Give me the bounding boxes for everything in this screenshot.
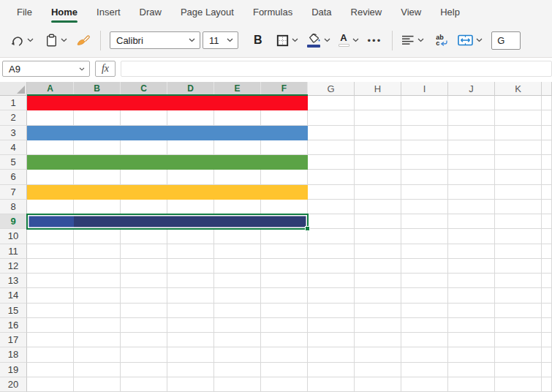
cell-C11[interactable] [121,244,167,259]
cell-A16[interactable] [27,318,74,333]
cell-A18[interactable] [27,347,74,362]
cell-E4[interactable] [214,140,261,155]
cell-D16[interactable] [167,318,214,333]
cell-E14[interactable] [214,288,261,303]
cell-J5[interactable] [448,155,495,170]
cell-C8[interactable] [121,200,167,214]
tab-file[interactable]: File [7,0,42,24]
cell-G4[interactable] [308,140,355,155]
cell-I5[interactable] [401,155,448,170]
cell-G5[interactable] [308,155,355,170]
cell-I13[interactable] [401,274,448,288]
cell-E8[interactable] [214,200,261,214]
cell-A20[interactable] [27,377,74,392]
cell-H16[interactable] [355,318,401,333]
row-header-19[interactable]: 19 [0,363,27,377]
cell-partial4[interactable] [542,140,552,155]
column-header-G[interactable]: G [308,82,355,96]
cell-A17[interactable] [27,333,74,347]
cell-K6[interactable] [495,170,542,184]
cell-F11[interactable] [261,244,308,259]
tab-data[interactable]: Data [302,0,341,24]
cell-K9[interactable] [495,214,542,229]
cell-J17[interactable] [448,333,495,347]
cell-A4[interactable] [27,140,74,155]
cell-H10[interactable] [355,229,401,244]
row-header-7[interactable]: 7 [0,185,27,200]
cell-K1[interactable] [495,96,542,110]
cell-K12[interactable] [495,259,542,274]
selection-box[interactable] [26,214,309,230]
cell-C10[interactable] [121,229,167,244]
cell-K3[interactable] [495,126,542,140]
cell-C6[interactable] [121,170,167,184]
cell-I17[interactable] [401,333,448,347]
tab-help[interactable]: Help [431,0,469,24]
cell-F16[interactable] [261,318,308,333]
cell-B15[interactable] [74,304,121,318]
cell-D19[interactable] [167,363,214,377]
cell-E13[interactable] [214,274,261,288]
cell-A8[interactable] [27,200,74,214]
borders-button[interactable] [276,34,298,47]
cell-C15[interactable] [121,304,167,318]
cell-partial6[interactable] [542,170,552,184]
merge-cells-button[interactable] [458,34,483,46]
name-box[interactable]: A9 [2,61,90,77]
cell-I19[interactable] [401,363,448,377]
align-button[interactable] [401,35,424,45]
cell-G7[interactable] [308,185,355,200]
cell-B18[interactable] [74,347,121,362]
cell-J2[interactable] [448,110,495,125]
cell-F13[interactable] [261,274,308,288]
cell-F6[interactable] [261,170,308,184]
cell-J10[interactable] [448,229,495,244]
cell-K15[interactable] [495,304,542,318]
cell-I12[interactable] [401,259,448,274]
cell-B19[interactable] [74,363,121,377]
cell-J11[interactable] [448,244,495,259]
cell-J18[interactable] [448,347,495,362]
cell-H1[interactable] [355,96,401,110]
cell-I11[interactable] [401,244,448,259]
cell-J7[interactable] [448,185,495,200]
cell-B16[interactable] [74,318,121,333]
cell-partial20[interactable] [542,377,552,392]
row-header-18[interactable]: 18 [0,347,27,362]
cell-H3[interactable] [355,126,401,140]
cell-I16[interactable] [401,318,448,333]
cell-H14[interactable] [355,288,401,303]
cell-E12[interactable] [214,259,261,274]
cell-I8[interactable] [401,200,448,214]
cell-D4[interactable] [167,140,214,155]
cell-E20[interactable] [214,377,261,392]
cell-partial10[interactable] [542,229,552,244]
cell-J8[interactable] [448,200,495,214]
cell-B12[interactable] [74,259,121,274]
cell-partial18[interactable] [542,347,552,362]
cell-G6[interactable] [308,170,355,184]
cell-J9[interactable] [448,214,495,229]
cell-D14[interactable] [167,288,214,303]
cell-E2[interactable] [214,110,261,125]
row-header-11[interactable]: 11 [0,244,27,259]
row-header-16[interactable]: 16 [0,318,27,333]
cell-K11[interactable] [495,244,542,259]
cell-I4[interactable] [401,140,448,155]
cell-C12[interactable] [121,259,167,274]
cell-K13[interactable] [495,274,542,288]
format-painter-button[interactable] [77,34,91,46]
cell-E19[interactable] [214,363,261,377]
cell-F4[interactable] [261,140,308,155]
cell-K10[interactable] [495,229,542,244]
tab-page-layout[interactable]: Page Layout [171,0,243,24]
cell-J19[interactable] [448,363,495,377]
cell-B17[interactable] [74,333,121,347]
cell-partial3[interactable] [542,126,552,140]
cell-J16[interactable] [448,318,495,333]
cell-F10[interactable] [261,229,308,244]
cell-K2[interactable] [495,110,542,125]
cell-D11[interactable] [167,244,214,259]
cell-B11[interactable] [74,244,121,259]
cell-partial11[interactable] [542,244,552,259]
